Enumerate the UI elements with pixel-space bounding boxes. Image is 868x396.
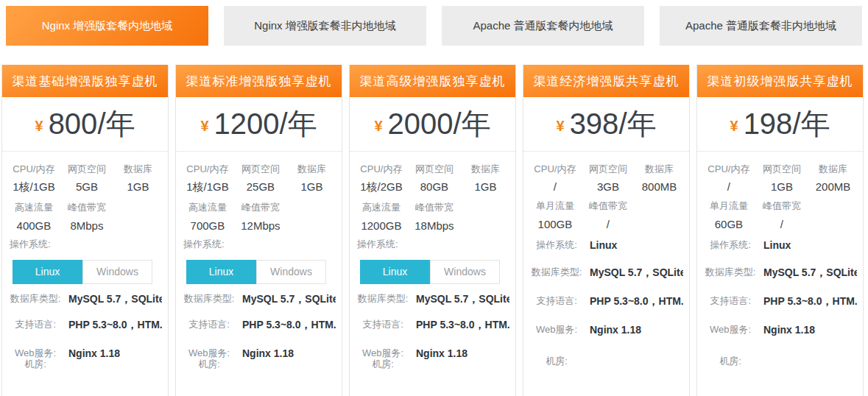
- spec-cell: 峰值带宽/: [756, 200, 808, 230]
- plan-title: 渠道初级增强版共享虚机: [697, 65, 863, 97]
- spec-cell: CPU/内存/: [702, 163, 756, 193]
- os-section: 操作系统: Linux Windows: [176, 238, 342, 284]
- os-option-linux[interactable]: Linux: [186, 260, 256, 284]
- spec-cell: 网页空间5GB: [61, 163, 113, 194]
- detail-row-languages: 支持语言:PHP 5.3~8.0，HTM...: [350, 317, 515, 333]
- price-amount: 398: [570, 107, 619, 141]
- currency-symbol: ¥: [730, 118, 738, 135]
- spec-cell: CPU/内存/: [528, 163, 582, 193]
- spec-grid: CPU/内存/ 网页空间1GB 数据库200MB 单月流量60GB 峰值带宽/: [697, 152, 863, 230]
- os-option-windows[interactable]: Windows: [430, 260, 500, 284]
- spec-cell: 峰值带宽/: [582, 200, 634, 230]
- spec-grid: CPU/内存1核/1GB 网页空间25GB 数据库1GB 高速流量700GB 峰…: [176, 152, 342, 232]
- os-label: 操作系统:: [357, 238, 508, 251]
- spec-cell: 数据库1GB: [113, 163, 163, 194]
- detail-row-database-type: 数据库类型:MySQL 5.7，SQLite: [2, 291, 168, 307]
- plan-card: 渠道经济增强版共享虚机 ¥ 398 /年 CPU/内存/ 网页空间3GB 数据库…: [523, 65, 690, 396]
- spec-cell: 峰值带宽12Mbps: [235, 202, 286, 231]
- os-label: 操作系统:: [10, 238, 160, 251]
- detail-row-os: 操作系统:Linux: [523, 238, 689, 253]
- plan-price: ¥ 1200 /年: [176, 97, 342, 152]
- detail-row-database-type: 数据库类型:MySQL 5.7，SQLite: [176, 291, 342, 307]
- plan-price: ¥ 2000 /年: [350, 97, 515, 152]
- price-amount: 800: [49, 107, 98, 141]
- spec-cell: 网页空间80GB: [409, 163, 460, 194]
- detail-row-web-server: Web服务:Nginx 1.18: [697, 322, 863, 338]
- currency-symbol: ¥: [374, 118, 382, 135]
- detail-row-database-type: 数据库类型:MySQL 5.7，SQLite: [350, 291, 515, 307]
- os-toggle: Linux Windows: [13, 260, 160, 284]
- price-period: /年: [792, 104, 830, 144]
- plan-price: ¥ 800 /年: [2, 97, 168, 152]
- currency-symbol: ¥: [557, 118, 565, 135]
- tab-nginx-enhanced-mainland[interactable]: Nginx 增强版套餐内地地域: [6, 6, 208, 46]
- price-period: /年: [618, 104, 656, 144]
- plan-card: 渠道初级增强版共享虚机 ¥ 198 /年 CPU/内存/ 网页空间1GB 数据库…: [696, 65, 864, 396]
- plan-price: ¥ 198 /年: [697, 97, 863, 152]
- detail-row-datacenter: 机房:: [523, 354, 689, 369]
- detail-row-os: 操作系统:Linux: [697, 238, 863, 253]
- os-toggle: Linux Windows: [360, 260, 508, 284]
- detail-row-languages: 支持语言:PHP 5.3~8.0，HTM...: [2, 317, 168, 333]
- detail-row-languages: 支持语言:PHP 5.3~8.0，HTM...: [523, 294, 689, 309]
- plan-title: 渠道基础增强版独享虚机: [2, 65, 168, 97]
- plan-title: 渠道标准增强版独享虚机: [176, 65, 342, 97]
- os-section: 操作系统: Linux Windows: [350, 238, 515, 284]
- plan-card: 渠道基础增强版独享虚机 ¥ 800 /年 CPU/内存1核/1GB 网页空间5G…: [1, 65, 169, 396]
- detail-row-languages: 支持语言:PHP 5.3~8.0，HTM...: [176, 317, 342, 333]
- os-option-windows[interactable]: Windows: [256, 260, 326, 284]
- plan-card: 渠道标准增强版独享虚机 ¥ 1200 /年 CPU/内存1核/1GB 网页空间2…: [175, 65, 342, 396]
- spec-cell: 峰值带宽8Mbps: [61, 202, 113, 231]
- spec-cell: 单月流量100GB: [528, 200, 582, 230]
- spec-grid: CPU/内存1核/1GB 网页空间5GB 数据库1GB 高速流量400GB 峰值…: [2, 152, 168, 232]
- spec-cell: 高速流量400GB: [7, 202, 61, 231]
- os-section: 操作系统: Linux Windows: [2, 238, 168, 284]
- price-period: /年: [453, 104, 490, 144]
- tab-apache-standard-mainland[interactable]: Apache 普通版套餐内地地域: [442, 6, 644, 46]
- plan-tabs: Nginx 增强版套餐内地地域 Nginx 增强版套餐非内地地域 Apache …: [0, 0, 868, 46]
- plan-cards-row: 渠道基础增强版独享虚机 ¥ 800 /年 CPU/内存1核/1GB 网页空间5G…: [0, 65, 868, 396]
- spec-cell: 单月流量60GB: [702, 200, 756, 230]
- spec-cell: 网页空间1GB: [756, 163, 808, 193]
- plan-card: 渠道高级增强版独享虚机 ¥ 2000 /年 CPU/内存1核/2GB 网页空间8…: [349, 65, 516, 396]
- price-period: /年: [97, 104, 135, 144]
- price-amount: 2000: [388, 107, 454, 141]
- spec-grid: CPU/内存1核/2GB 网页空间80GB 数据库1GB 高速流量1200GB …: [350, 152, 515, 232]
- spec-cell: 数据库800MB: [634, 163, 685, 193]
- spec-cell: 网页空间25GB: [235, 163, 286, 194]
- spec-cell: CPU/内存1核/2GB: [354, 163, 409, 194]
- spec-cell: CPU/内存1核/1GB: [7, 163, 61, 194]
- spec-cell: 网页空间3GB: [582, 163, 634, 193]
- spec-cell: 数据库200MB: [808, 163, 858, 193]
- tab-apache-standard-nonmainland[interactable]: Apache 普通版套餐非内地地域: [660, 6, 862, 46]
- spec-cell: 峰值带宽18Mbps: [409, 202, 460, 231]
- currency-symbol: ¥: [200, 118, 208, 135]
- detail-row-datacenter: 机房:: [697, 354, 863, 369]
- detail-row-database-type: 数据库类型:MySQL 5.7，SQLite: [523, 265, 689, 280]
- plan-title: 渠道经济增强版共享虚机: [523, 65, 689, 97]
- detail-row-web-server: Web服务:Nginx 1.18: [523, 322, 689, 338]
- price-amount: 198: [744, 107, 793, 141]
- spec-cell: 数据库1GB: [286, 163, 337, 194]
- currency-symbol: ¥: [35, 118, 43, 135]
- os-option-linux[interactable]: Linux: [13, 260, 82, 284]
- spec-cell: 数据库1GB: [460, 163, 511, 194]
- spec-cell: 高速流量1200GB: [354, 202, 409, 231]
- os-option-windows[interactable]: Windows: [82, 260, 152, 284]
- spec-cell: CPU/内存1核/1GB: [180, 163, 235, 194]
- spec-grid: CPU/内存/ 网页空间3GB 数据库800MB 单月流量100GB 峰值带宽/: [523, 152, 689, 230]
- price-amount: 1200: [214, 107, 280, 141]
- plan-price: ¥ 398 /年: [523, 97, 689, 152]
- os-label: 操作系统:: [183, 238, 334, 251]
- detail-row-database-type: 数据库类型:MySQL 5.7，SQLite: [697, 265, 863, 280]
- os-toggle: Linux Windows: [186, 260, 334, 284]
- tab-nginx-enhanced-nonmainland[interactable]: Nginx 增强版套餐非内地地域: [224, 6, 426, 46]
- spec-cell: 高速流量700GB: [180, 202, 235, 231]
- os-option-linux[interactable]: Linux: [360, 260, 430, 284]
- plan-title: 渠道高级增强版独享虚机: [350, 65, 515, 97]
- price-period: /年: [279, 104, 317, 144]
- detail-row-languages: 支持语言:PHP 5.3~8.0，HTM...: [697, 294, 863, 309]
